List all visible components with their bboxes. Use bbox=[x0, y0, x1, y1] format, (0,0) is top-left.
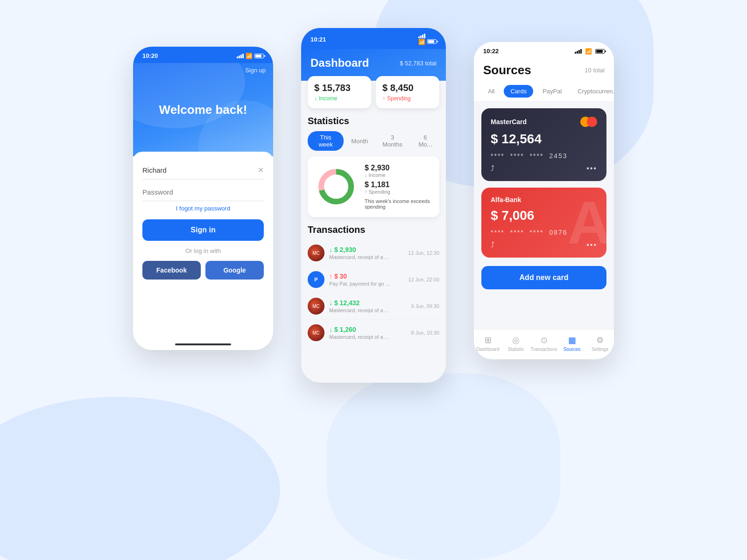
nav-label-sources: Sources bbox=[564, 347, 581, 352]
tx-info-2: ↑ $ 30 Pay Pal, payment for go ... bbox=[329, 273, 403, 287]
home-indicator bbox=[175, 343, 231, 345]
filter-cards[interactable]: Cards bbox=[504, 85, 533, 98]
signal-icon bbox=[237, 54, 244, 58]
income-arrow: ↓ bbox=[314, 95, 317, 102]
bottom-nav: ⊞ Dashboard ◎ Statistic ⊙ Transactions ▦… bbox=[474, 329, 614, 359]
nav-label-settings: Settings bbox=[592, 347, 608, 352]
tx-desc-2: Pay Pal, payment for go ... bbox=[329, 281, 403, 287]
chart-note: This week's income exceeds spending bbox=[365, 198, 432, 210]
filter-paypal[interactable]: PayPal bbox=[536, 85, 568, 98]
alfabank-actions: ⤴ ••• bbox=[491, 241, 597, 249]
status-icons-1: 📶 bbox=[237, 53, 264, 59]
time-3: 10:22 bbox=[483, 48, 499, 55]
spending-label: ↑ Spending bbox=[382, 95, 433, 102]
nav-dashboard[interactable]: ⊞ Dashboard bbox=[474, 333, 502, 354]
facebook-button[interactable]: Facebook bbox=[142, 261, 201, 280]
income-amount: $ 15,783 bbox=[314, 83, 365, 93]
tx-amount-2: ↑ $ 30 bbox=[329, 273, 403, 280]
nav-transactions[interactable]: ⊙ Transactions bbox=[530, 333, 558, 354]
transactions-title: Transactions bbox=[301, 217, 446, 240]
google-button[interactable]: Google bbox=[205, 261, 264, 280]
tab-month[interactable]: Month bbox=[345, 135, 374, 147]
mastercard-number: **** **** **** 2453 bbox=[491, 152, 597, 160]
or-divider: Or log in with bbox=[142, 247, 264, 254]
chart-legend: $ 2,930 ↓Income $ 1,181 ↑Spending This w… bbox=[365, 164, 432, 210]
welcome-heading: Welcome back! bbox=[159, 103, 247, 117]
nav-settings[interactable]: ⚙ Settings bbox=[586, 333, 614, 354]
tab-6months[interactable]: 6 Mo... bbox=[411, 131, 439, 151]
nav-label-statistic: Statistic bbox=[507, 347, 524, 352]
nav-label-transactions: Transactions bbox=[531, 347, 557, 352]
phone-login: 10:20 📶 Sign up Welcome back! bbox=[133, 47, 273, 350]
alfabank-name: Alfa-Bank bbox=[491, 196, 521, 203]
chart-income-amount: $ 2,930 bbox=[365, 164, 432, 172]
sources-icon: ▦ bbox=[568, 335, 576, 345]
status-icons-2: 📶 bbox=[418, 34, 437, 45]
signin-button[interactable]: Sign in bbox=[142, 219, 264, 241]
transaction-3: MC ↓ $ 12,432 Mastercard, receipt of a .… bbox=[308, 293, 439, 320]
tx-info-1: ↓ $ 2,930 Mastercard, receipt of a ... bbox=[329, 246, 403, 260]
alfabank-amount: $ 7,006 bbox=[491, 208, 597, 223]
mastercard-actions: ⤴ ••• bbox=[491, 164, 597, 173]
tx-date-4: 8 Jun, 10:30 bbox=[411, 330, 439, 336]
nav-label-dashboard: Dashboard bbox=[477, 347, 500, 352]
stats-cards: $ 15,783 ↓ Income $ 8,450 ↑ Spending bbox=[301, 76, 446, 108]
alfabank-header: Alfa-Bank bbox=[491, 196, 597, 203]
transaction-2: P ↑ $ 30 Pay Pal, payment for go ... 12 … bbox=[308, 266, 439, 293]
clear-icon[interactable]: ✕ bbox=[258, 166, 264, 175]
legend-spending: $ 1,181 ↑Spending bbox=[365, 181, 432, 195]
filter-all[interactable]: All bbox=[481, 85, 501, 98]
more-icon-mastercard[interactable]: ••• bbox=[586, 164, 597, 173]
hero-section: Sign up Welcome back! bbox=[133, 63, 273, 156]
time-2: 10:21 bbox=[310, 36, 326, 43]
sources-title: Sources bbox=[483, 63, 531, 77]
battery-icon-2 bbox=[427, 39, 437, 44]
total-amount: $ 52,783 total bbox=[400, 60, 437, 67]
tx-date-3: 9 Jun, 09:30 bbox=[411, 303, 439, 309]
filter-crypto[interactable]: Cryptocurren... bbox=[571, 85, 614, 98]
password-input[interactable] bbox=[142, 188, 264, 196]
statistics-title: Statistics bbox=[301, 108, 446, 131]
nav-statistic[interactable]: ◎ Statistic bbox=[502, 333, 530, 354]
tab-3months[interactable]: 3 Months bbox=[375, 131, 409, 151]
wifi-icon-3: 📶 bbox=[585, 48, 592, 55]
password-row bbox=[142, 183, 264, 201]
tx-icon-2: P bbox=[308, 271, 324, 288]
settings-icon: ⚙ bbox=[596, 335, 604, 345]
battery-icon-3 bbox=[595, 49, 605, 54]
tx-icon-1: MC bbox=[308, 245, 324, 261]
sources-page-header: Sources 10 total bbox=[474, 58, 614, 81]
transactions-icon: ⊙ bbox=[541, 335, 548, 345]
statistic-icon: ◎ bbox=[512, 335, 520, 345]
tab-this-week[interactable]: This week bbox=[308, 131, 344, 151]
cards-list: MasterCard $ 12,564 **** **** **** 2453 … bbox=[474, 102, 614, 264]
tx-info-3: ↓ $ 12,432 Mastercard, receipt of a ... bbox=[329, 299, 406, 313]
status-bar-3: 10:22 📶 bbox=[474, 42, 614, 58]
username-input[interactable] bbox=[142, 166, 258, 174]
more-icon-alfabank[interactable]: ••• bbox=[586, 241, 597, 249]
alfabank-card: Alfa-Bank $ 7,006 **** **** **** 0876 ⤴ … bbox=[481, 188, 606, 258]
nav-sources[interactable]: ▦ Sources bbox=[558, 333, 586, 354]
add-card-button[interactable]: Add new card bbox=[481, 266, 606, 289]
tx-desc-3: Mastercard, receipt of a ... bbox=[329, 308, 406, 313]
signal-icon-2 bbox=[418, 34, 437, 38]
dashboard-icon: ⊞ bbox=[485, 335, 492, 345]
bg-decoration-2 bbox=[0, 397, 280, 560]
status-bar-1: 10:20 📶 bbox=[133, 47, 273, 63]
forgot-password-link[interactable]: I fogot my password bbox=[142, 205, 264, 212]
share-icon-alfabank[interactable]: ⤴ bbox=[491, 241, 494, 249]
time-1: 10:20 bbox=[142, 52, 158, 59]
dashboard-title: Dashboard bbox=[310, 56, 369, 70]
transactions-list: MC ↓ $ 2,930 Mastercard, receipt of a ..… bbox=[301, 240, 446, 346]
status-bar-2: 10:21 📶 bbox=[301, 28, 446, 49]
legend-income: $ 2,930 ↓Income bbox=[365, 164, 432, 178]
social-buttons: Facebook Google bbox=[142, 261, 264, 280]
chart-spending-amount: $ 1,181 bbox=[365, 181, 432, 189]
logo-red bbox=[587, 117, 597, 127]
income-label: ↓ Income bbox=[314, 95, 365, 102]
donut-chart bbox=[315, 166, 357, 208]
spending-arrow: ↑ bbox=[382, 95, 385, 102]
chart-income-label: ↓Income bbox=[365, 172, 432, 178]
share-icon-mastercard[interactable]: ⤴ bbox=[491, 164, 494, 173]
signup-link[interactable]: Sign up bbox=[245, 67, 266, 74]
